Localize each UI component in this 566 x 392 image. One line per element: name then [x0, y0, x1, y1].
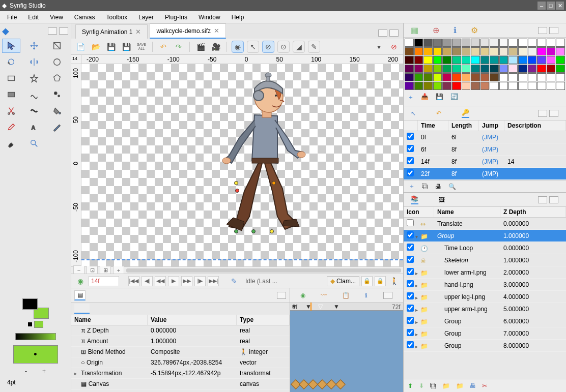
- color-swatch[interactable]: [433, 47, 442, 55]
- param-row[interactable]: ○ Origin326.789674px,-2038.8254vector: [71, 357, 290, 368]
- scale-tool[interactable]: [48, 39, 66, 53]
- rectangle-tool[interactable]: [2, 71, 20, 85]
- menu-window[interactable]: Window: [193, 12, 225, 22]
- kf-checkbox[interactable]: [407, 133, 414, 140]
- move-tool[interactable]: [25, 39, 43, 53]
- color-swatch[interactable]: [433, 82, 442, 90]
- color-swatch[interactable]: [405, 47, 414, 55]
- timeline-ruler[interactable]: 0f 72f ▼ ▼ ▽ ▼: [290, 303, 403, 311]
- layer-row[interactable]: ▸📁upper leg-l.png4.000000: [404, 291, 566, 303]
- color-swatch[interactable]: [462, 47, 471, 55]
- kf-dup-icon[interactable]: ⿻: [422, 183, 428, 190]
- color-swatch[interactable]: [518, 56, 527, 64]
- color-swatch[interactable]: [471, 47, 480, 55]
- color-swatch[interactable]: [547, 47, 556, 55]
- color-swatch[interactable]: [452, 82, 461, 90]
- color-swatch[interactable]: [528, 56, 537, 64]
- gradient-preview[interactable]: [15, 333, 56, 340]
- color-swatch[interactable]: [499, 73, 508, 81]
- kf-select-icon[interactable]: ↖: [411, 110, 416, 117]
- color-swatch[interactable]: [499, 39, 508, 47]
- onion-button[interactable]: ◉: [232, 41, 244, 53]
- dropdown-icon[interactable]: ▾: [373, 41, 385, 53]
- minimize-button[interactable]: –: [537, 2, 546, 10]
- tab-walkcycle-demo[interactable]: walkcycle-demo.sifz✕: [150, 23, 226, 39]
- select-tool[interactable]: [2, 39, 20, 53]
- gradient-tool[interactable]: [2, 87, 20, 102]
- clamp-button[interactable]: ◆Clam...: [327, 276, 359, 286]
- lock-past-button[interactable]: 🔒: [361, 276, 373, 286]
- timeline-icon[interactable]: ◉: [300, 292, 305, 299]
- layer-dup-icon[interactable]: 📁: [456, 382, 464, 389]
- color-swatch[interactable]: [518, 65, 527, 73]
- keyframe-row[interactable]: 14f8f(JMP)14: [404, 156, 566, 168]
- color-swatch[interactable]: [537, 73, 546, 81]
- sketch-tool[interactable]: [48, 120, 66, 134]
- keyframe-marker[interactable]: [326, 379, 336, 389]
- color-swatch[interactable]: [442, 82, 451, 90]
- color-swatch[interactable]: [423, 82, 433, 90]
- color-swatch[interactable]: [471, 82, 480, 90]
- color-swatch[interactable]: [414, 47, 423, 55]
- color-swatch[interactable]: [414, 82, 423, 90]
- next-kf-button[interactable]: |▶: [194, 276, 206, 286]
- kf-undo-icon[interactable]: ↶: [436, 110, 441, 117]
- menu-help[interactable]: Help: [227, 12, 249, 22]
- layer-row[interactable]: ⇔Translate0.000000: [404, 218, 566, 230]
- animate-mode-icon[interactable]: 🚶: [388, 275, 400, 287]
- col-name[interactable]: Name: [71, 315, 148, 325]
- layer-visibility-checkbox[interactable]: [407, 280, 414, 287]
- col-desc[interactable]: Description: [504, 120, 566, 131]
- menu-view[interactable]: View: [45, 12, 68, 22]
- layer-up-icon[interactable]: ⬆: [408, 382, 413, 389]
- color-swatch[interactable]: [462, 39, 471, 47]
- panel-toggle[interactable]: [277, 292, 286, 299]
- info-tab-icon[interactable]: ℹ: [454, 25, 457, 35]
- bone-tool[interactable]: [48, 136, 66, 150]
- info-icon[interactable]: ℹ: [365, 292, 367, 299]
- keyframe-row[interactable]: 6f8f(JMP): [404, 143, 566, 156]
- color-swatch[interactable]: [537, 56, 546, 64]
- rotate-tool[interactable]: [2, 55, 20, 69]
- color-swatch[interactable]: [518, 47, 527, 55]
- menu-canvas[interactable]: Canvas: [69, 12, 100, 22]
- layer-row[interactable]: ▸📁Group8.000000: [404, 340, 566, 352]
- mode-normal[interactable]: ↖: [247, 41, 259, 53]
- color-swatch[interactable]: [405, 73, 414, 81]
- undo-button[interactable]: ↶: [157, 41, 169, 53]
- layer-row[interactable]: ▸📁hand-l.png3.000000: [404, 279, 566, 291]
- color-swatch[interactable]: [490, 39, 499, 47]
- keyframe-icon[interactable]: ◉: [74, 275, 87, 287]
- keyframe-row[interactable]: 0f6f(JMP): [404, 131, 566, 143]
- layer-new-icon[interactable]: 📁: [442, 382, 450, 389]
- param-row[interactable]: ▸ Transformation-5.15894px,-122.467942pt…: [71, 368, 290, 379]
- layer-visibility-checkbox[interactable]: [407, 231, 414, 238]
- menu-toolbox[interactable]: Toolbox: [101, 12, 132, 22]
- size-minus[interactable]: -: [25, 368, 27, 375]
- layer-cut-icon[interactable]: ✂: [482, 382, 487, 389]
- library-tab-icon[interactable]: ⚙: [471, 25, 478, 35]
- panel-toggle[interactable]: [538, 27, 547, 34]
- color-swatch[interactable]: [537, 47, 546, 55]
- canvas-viewport[interactable]: [81, 64, 403, 266]
- fill-tool[interactable]: [48, 104, 66, 118]
- keyframe-marker[interactable]: [308, 379, 318, 389]
- layer-visibility-checkbox[interactable]: [407, 256, 414, 263]
- color-swatch[interactable]: [556, 56, 565, 64]
- color-swatch[interactable]: [537, 82, 546, 90]
- open-button[interactable]: 📂: [90, 41, 102, 53]
- layer-visibility-checkbox[interactable]: [407, 268, 414, 275]
- color-swatch[interactable]: [508, 47, 518, 55]
- color-swatch[interactable]: [518, 73, 527, 81]
- render-button[interactable]: 🎬: [194, 41, 207, 53]
- size-plus[interactable]: +: [42, 368, 46, 375]
- text-tool[interactable]: A: [25, 120, 43, 134]
- handle[interactable]: [272, 181, 276, 185]
- lock-future-button[interactable]: 🔒: [375, 276, 386, 286]
- menu-edit[interactable]: Edit: [23, 12, 44, 22]
- handle[interactable]: [234, 181, 238, 185]
- col-icon[interactable]: Icon: [404, 207, 434, 217]
- color-swatch[interactable]: [462, 73, 471, 81]
- color-swatch[interactable]: [547, 73, 556, 81]
- color-swatch[interactable]: [433, 39, 442, 47]
